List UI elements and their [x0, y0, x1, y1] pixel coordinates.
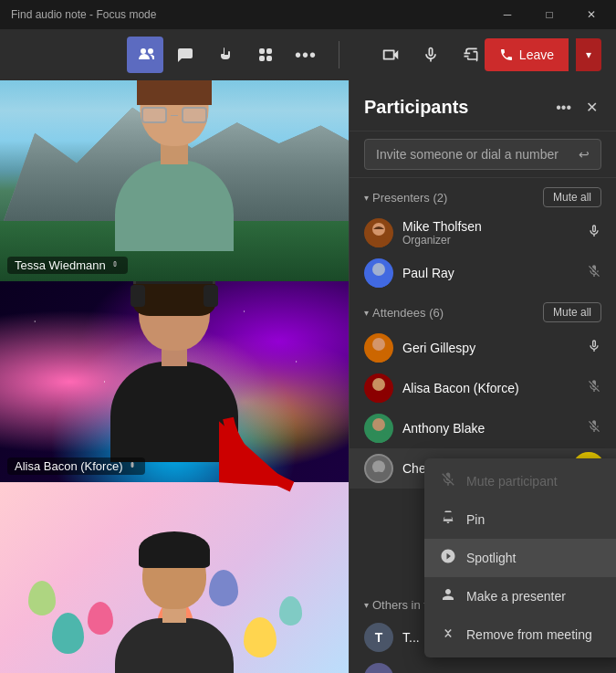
panel-header-actions: ••• ✕ [552, 95, 601, 120]
anthony-mic-icon [587, 419, 601, 437]
anthony-name: Anthony Blake [402, 421, 578, 436]
alisa-mic-icon [587, 379, 601, 397]
mute-icon [439, 471, 457, 491]
leave-button[interactable]: Leave [485, 38, 569, 71]
context-presenter-item[interactable]: Make a presenter [424, 577, 616, 615]
participant-item-geri[interactable]: Geri Gillespy [350, 328, 616, 368]
participant-item-chelse[interactable]: Chelse-Amoy Steele Mute participant [350, 448, 616, 489]
people-button[interactable] [127, 37, 163, 73]
attendees-label: ▾ Attendees (6) [364, 306, 444, 320]
paul-mic-icon [587, 264, 601, 282]
mike-name: Mike Tholfsen [402, 219, 578, 234]
mic-icon-alisa [127, 461, 138, 472]
mute-label: Mute participant [466, 474, 558, 489]
mic-icon-tessa [110, 260, 120, 271]
apps-button[interactable] [247, 37, 284, 73]
panel-title: Participants [364, 97, 468, 118]
pin-label: Pin [466, 512, 485, 527]
paul-info: Paul Ray [402, 266, 578, 280]
video-tile-alisa[interactable]: Alisa Bacon (Kforce) [0, 281, 349, 482]
mic-button[interactable] [412, 37, 449, 73]
person-label-alisa: Alisa Bacon (Kforce) [7, 457, 145, 475]
svg-point-6 [368, 352, 390, 363]
participant-item-anthony[interactable]: Anthony Blake [350, 408, 616, 448]
svg-point-5 [372, 338, 385, 351]
geri-name: Geri Gillespy [402, 341, 578, 355]
remove-label: Remove from meeting [466, 627, 592, 642]
mute-all-presenters-button[interactable]: Mute all [543, 187, 601, 207]
presenters-label: ▾ Presenters (2) [364, 191, 447, 205]
main-content: Tessa Wiedmann [0, 80, 616, 673]
participant-item-a[interactable]: A Accepted A... [350, 657, 616, 673]
mike-info: Mike Tholfsen Organizer [402, 219, 578, 247]
avatar-t: T [364, 623, 393, 652]
spotlight-label: Spotlight [466, 551, 516, 565]
avatar-alisa [364, 373, 393, 403]
context-mute-item[interactable]: Mute participant [424, 462, 616, 500]
camera-button[interactable] [372, 37, 409, 73]
svg-point-2 [368, 237, 390, 247]
title-bar: Find audio note - Focus mode ─ □ ✕ [0, 0, 616, 29]
svg-point-9 [372, 418, 385, 431]
svg-point-12 [370, 472, 389, 484]
paul-name: Paul Ray [402, 266, 578, 280]
avatar-anthony [364, 414, 393, 443]
close-button[interactable]: ✕ [570, 0, 612, 29]
avatar-paul [364, 258, 393, 288]
svg-point-10 [368, 432, 390, 443]
context-menu: Mute participant Pin Spotlight [424, 458, 616, 657]
chat-button[interactable] [167, 37, 204, 73]
maximize-button[interactable]: □ [528, 0, 570, 29]
remove-icon [439, 625, 457, 645]
alisa-name: Alisa Bacon (Kforce) [402, 381, 578, 395]
toolbar-center [372, 37, 489, 73]
anthony-info: Anthony Blake [402, 421, 578, 436]
title-text: Find audio note - Focus mode [11, 8, 156, 21]
participant-item-mike[interactable]: Mike Tholfsen Organizer [350, 213, 616, 253]
avatar-mike [364, 218, 393, 247]
spotlight-icon [439, 548, 457, 568]
mute-all-attendees-button[interactable]: Mute all [543, 302, 601, 322]
alisa-info: Alisa Bacon (Kforce) [402, 381, 578, 395]
avatar-a: A Accepted [364, 663, 393, 673]
svg-point-4 [368, 277, 390, 288]
leave-section: Leave ▾ [485, 38, 601, 71]
person-label-tessa: Tessa Wiedmann [7, 257, 128, 274]
avatar-image-geri [364, 333, 393, 363]
context-remove-item[interactable]: Remove from meeting [424, 615, 616, 654]
video-tile-tessa[interactable]: Tessa Wiedmann [0, 80, 349, 281]
video-tile-third[interactable] [0, 482, 349, 673]
more-button[interactable]: ••• [287, 37, 324, 73]
avatar-image-alisa [364, 373, 393, 403]
mike-mic-icon [587, 224, 601, 242]
avatar-image-anthony [364, 414, 393, 443]
geri-info: Geri Gillespy [402, 341, 578, 355]
invite-bar: Invite someone or dial a number ↩ [350, 131, 616, 178]
minimize-button[interactable]: ─ [486, 0, 528, 29]
avatar-image-mike [364, 218, 393, 247]
avatar-image-paul [364, 258, 393, 288]
mike-role: Organizer [402, 234, 578, 247]
svg-point-7 [372, 378, 385, 391]
context-spotlight-item[interactable]: Spotlight [424, 539, 616, 577]
toolbar: ••• Leave ▾ [0, 29, 616, 80]
presenter-icon [439, 586, 457, 606]
presenters-section-header: ▾ Presenters (2) Mute all [350, 178, 616, 213]
attendees-section-header: ▾ Attendees (6) Mute all [350, 293, 616, 328]
pin-icon [439, 510, 457, 530]
scroll-area[interactable]: ▾ Presenters (2) Mute all Mike Tholfsen … [350, 178, 616, 673]
panel-more-button[interactable]: ••• [552, 96, 575, 120]
participants-panel: Participants ••• ✕ Invite someone or dia… [349, 80, 616, 673]
participant-item-alisa[interactable]: Alisa Bacon (Kforce) [350, 368, 616, 408]
panel-close-button[interactable]: ✕ [582, 95, 601, 120]
svg-point-8 [368, 392, 390, 403]
avatar-geri [364, 333, 393, 363]
participant-item-paul[interactable]: Paul Ray [350, 253, 616, 293]
leave-dropdown-button[interactable]: ▾ [576, 38, 601, 71]
window-controls: ─ □ ✕ [486, 0, 612, 29]
context-pin-item[interactable]: Pin [424, 500, 616, 539]
presenter-label: Make a presenter [466, 589, 566, 604]
hand-button[interactable] [207, 37, 244, 73]
invite-input[interactable]: Invite someone or dial a number ↩ [364, 139, 601, 170]
avatar-chelse [364, 454, 393, 483]
